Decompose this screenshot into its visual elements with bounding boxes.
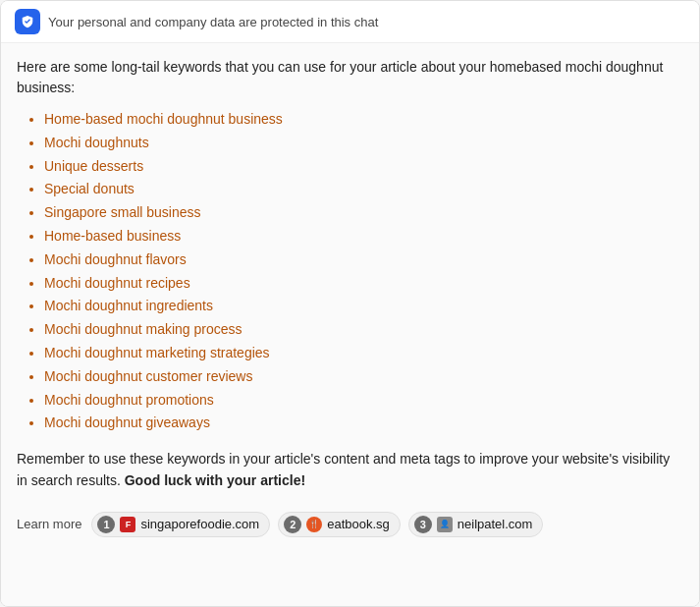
source-chip-2[interactable]: 2 🍴 eatbook.sg	[278, 512, 401, 537]
keywords-list: Home-based mochi doughnut business Mochi…	[17, 108, 683, 435]
list-item: Unique desserts	[44, 155, 683, 179]
chat-container: Your personal and company data are prote…	[0, 0, 700, 607]
security-banner: Your personal and company data are prote…	[1, 1, 699, 43]
chip-number-1: 1	[97, 516, 115, 533]
list-item: Mochi doughnut marketing strategies	[44, 342, 683, 365]
list-item: Home-based mochi doughnut business	[44, 108, 683, 132]
list-item: Mochi doughnut giveaways	[44, 412, 683, 435]
favicon-singaporefoodie: F	[120, 517, 135, 532]
chip-number-2: 2	[284, 516, 301, 533]
list-item: Mochi doughnut flavors	[44, 248, 683, 272]
closing-text: Remember to use these keywords in your a…	[17, 449, 683, 491]
list-item: Home-based business	[44, 225, 683, 248]
source-chip-3[interactable]: 3 👤 neilpatel.com	[408, 512, 544, 537]
security-text: Your personal and company data are prote…	[48, 15, 378, 29]
content-area: Here are some long-tail keywords that yo…	[1, 43, 699, 606]
list-item: Mochi doughnut recipes	[44, 272, 683, 296]
favicon-neilpatel: 👤	[437, 517, 453, 532]
list-item: Mochi doughnut making process	[44, 318, 683, 342]
list-item: Special donuts	[44, 178, 683, 201]
list-item: Mochi doughnut promotions	[44, 389, 683, 413]
learn-more-label: Learn more	[17, 517, 81, 531]
security-icon	[15, 9, 40, 34]
chip-number-3: 3	[414, 516, 432, 533]
intro-text: Here are some long-tail keywords that yo…	[17, 57, 683, 98]
list-item: Mochi doughnut ingredients	[44, 295, 683, 318]
source-chip-1[interactable]: 1 F singaporefoodie.com	[91, 512, 270, 537]
favicon-eatbook: 🍴	[306, 517, 322, 532]
list-item: Mochi doughnuts	[44, 132, 683, 155]
chip-domain-3: neilpatel.com	[458, 517, 533, 531]
learn-more-row: Learn more 1 F singaporefoodie.com 2 🍴 e…	[17, 508, 683, 537]
chip-domain-1: singaporefoodie.com	[140, 517, 259, 531]
chip-domain-2: eatbook.sg	[327, 517, 390, 531]
list-item: Singapore small business	[44, 201, 683, 225]
list-item: Mochi doughnut customer reviews	[44, 365, 683, 389]
